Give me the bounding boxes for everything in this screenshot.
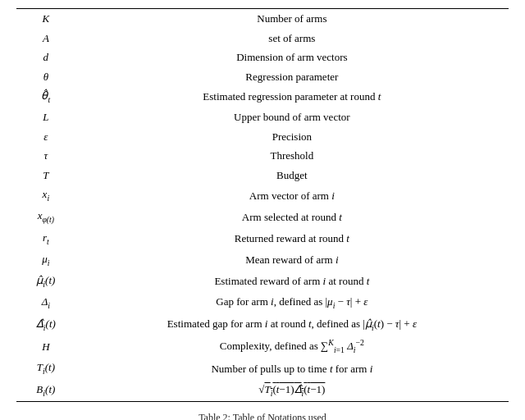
description-cell: Arm selected at round t: [75, 206, 509, 227]
description-cell: Complexity, defined as ∑Ki=1 Δi−2: [75, 336, 509, 358]
table-row: HComplexity, defined as ∑Ki=1 Δi−2: [16, 336, 509, 358]
table-row: εPrecision: [16, 127, 509, 147]
table-row: τThreshold: [16, 146, 509, 166]
table-row: θRegression parameter: [16, 67, 509, 87]
table-row: dDimension of arm vectors: [16, 48, 509, 67]
table-row: TBudget: [16, 166, 509, 185]
description-cell: Number of arms: [75, 9, 509, 29]
table-row: Aset of arms: [16, 29, 509, 48]
description-cell: set of arms: [75, 29, 509, 48]
description-cell: Returned reward at round t: [75, 228, 509, 249]
symbol-cell: μi: [16, 249, 75, 271]
table-row: Δ̂i(t)Estimated gap for arm i at round t…: [16, 314, 509, 336]
table-row: μiMean reward of arm i: [16, 249, 509, 271]
description-cell: Estimated gap for arm i at round t, defi…: [75, 314, 509, 336]
table-row: rtReturned reward at round t: [16, 228, 509, 249]
description-cell: √Ti(t−1)Δ̂i(t−1): [75, 380, 509, 402]
symbol-cell: μ̂i(t): [16, 271, 75, 292]
symbol-cell: xi: [16, 185, 75, 206]
table-row: Bi(t)√Ti(t−1)Δ̂i(t−1): [16, 380, 509, 402]
symbol-cell: θ: [16, 67, 75, 87]
symbol-cell: rt: [16, 228, 75, 249]
description-cell: Upper bound of arm vector: [75, 107, 509, 127]
notation-table: KNumber of armsAset of armsdDimension of…: [16, 8, 509, 402]
description-cell: Regression parameter: [75, 67, 509, 87]
symbol-cell: Bi(t): [16, 380, 75, 402]
table-row: θ̂tEstimated regression parameter at rou…: [16, 86, 509, 107]
table-row: xφ(t)Arm selected at round t: [16, 206, 509, 227]
description-cell: Threshold: [75, 146, 509, 166]
symbol-cell: H: [16, 336, 75, 358]
symbol-cell: xφ(t): [16, 206, 75, 227]
symbol-cell: A: [16, 29, 75, 48]
description-cell: Estimated regression parameter at round …: [75, 86, 509, 107]
symbol-cell: K: [16, 9, 75, 29]
table-row: LUpper bound of arm vector: [16, 107, 509, 127]
symbol-cell: Δ̂i(t): [16, 314, 75, 336]
table-row: μ̂i(t)Estimated reward of arm i at round…: [16, 271, 509, 292]
description-cell: Gap for arm i, defined as |μi − τ| + ε: [75, 292, 509, 313]
description-cell: Dimension of arm vectors: [75, 48, 509, 67]
table-row: ΔiGap for arm i, defined as |μi − τ| + ε: [16, 292, 509, 313]
table-row: KNumber of arms: [16, 9, 509, 29]
symbol-cell: Ti(t): [16, 358, 75, 379]
description-cell: Arm vector of arm i: [75, 185, 509, 206]
description-cell: Number of pulls up to time t for arm i: [75, 358, 509, 379]
symbol-cell: τ: [16, 146, 75, 166]
symbol-cell: T: [16, 166, 75, 185]
description-cell: Precision: [75, 127, 509, 147]
table-caption: Table 2: Table of Notations used: [199, 412, 326, 420]
description-cell: Budget: [75, 166, 509, 185]
table-row: xiArm vector of arm i: [16, 185, 509, 206]
description-cell: Mean reward of arm i: [75, 249, 509, 271]
symbol-cell: Δi: [16, 292, 75, 313]
symbol-cell: d: [16, 48, 75, 67]
description-cell: Estimated reward of arm i at round t: [75, 271, 509, 292]
symbol-cell: L: [16, 107, 75, 127]
symbol-cell: θ̂t: [16, 86, 75, 107]
table-row: Ti(t)Number of pulls up to time t for ar…: [16, 358, 509, 379]
symbol-cell: ε: [16, 127, 75, 147]
